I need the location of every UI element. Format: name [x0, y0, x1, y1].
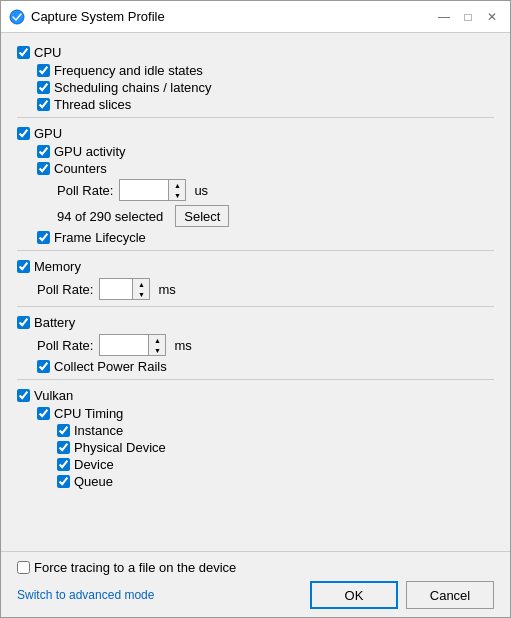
gpu-checkbox[interactable] [17, 127, 30, 140]
app-icon [9, 9, 25, 25]
battery-poll-unit: ms [174, 338, 191, 353]
title-bar-controls: — □ ✕ [434, 7, 502, 27]
vulkan-section: Vulkan CPU Timing Instance Physical Devi… [17, 386, 494, 494]
battery-poll-spinner: 250 ▲ ▼ [99, 334, 166, 356]
gpu-poll-spinner-buttons: ▲ ▼ [168, 180, 185, 200]
device-row: Device [57, 456, 494, 473]
battery-label: Battery [34, 315, 75, 330]
queue-checkbox[interactable] [57, 475, 70, 488]
memory-poll-row: Poll Rate: 5 ▲ ▼ ms [37, 276, 494, 302]
memory-section-body: Poll Rate: 5 ▲ ▼ ms [17, 276, 494, 307]
memory-label: Memory [34, 259, 81, 274]
cpu-section-body: Frequency and idle states Scheduling cha… [17, 62, 494, 118]
title-bar-left: Capture System Profile [9, 9, 165, 25]
collect-power-row: Collect Power Rails [37, 358, 494, 375]
gpu-poll-row: Poll Rate: 1000 ▲ ▼ us [57, 177, 494, 203]
freq-row: Frequency and idle states [37, 62, 494, 79]
counters-label: Counters [54, 161, 107, 176]
battery-checkbox[interactable] [17, 316, 30, 329]
close-button[interactable]: ✕ [482, 7, 502, 27]
vulkan-section-header: Vulkan [17, 386, 494, 405]
maximize-button[interactable]: □ [458, 7, 478, 27]
svg-point-0 [10, 10, 24, 24]
window-title: Capture System Profile [31, 9, 165, 24]
gpu-poll-down-button[interactable]: ▼ [169, 190, 185, 200]
cpu-timing-row: CPU Timing [37, 405, 494, 422]
force-tracing-label: Force tracing to a file on the device [34, 560, 236, 575]
ok-button[interactable]: OK [310, 581, 398, 609]
cpu-timing-checkbox[interactable] [37, 407, 50, 420]
vulkan-label: Vulkan [34, 388, 73, 403]
gpu-activity-row: GPU activity [37, 143, 494, 160]
battery-section-header: Battery [17, 313, 494, 332]
thread-label: Thread slices [54, 97, 131, 112]
cpu-checkbox[interactable] [17, 46, 30, 59]
queue-row: Queue [57, 473, 494, 490]
content-area: CPU Frequency and idle states Scheduling… [1, 33, 510, 551]
thread-checkbox[interactable] [37, 98, 50, 111]
battery-poll-row: Poll Rate: 250 ▲ ▼ ms [37, 332, 494, 358]
capture-system-profile-window: Capture System Profile — □ ✕ CPU Frequen… [0, 0, 511, 618]
freq-label: Frequency and idle states [54, 63, 203, 78]
memory-poll-up-button[interactable]: ▲ [133, 279, 149, 289]
frame-lifecycle-row: Frame Lifecycle [37, 229, 494, 246]
gpu-poll-label: Poll Rate: [57, 183, 113, 198]
memory-checkbox[interactable] [17, 260, 30, 273]
device-checkbox[interactable] [57, 458, 70, 471]
collect-power-checkbox[interactable] [37, 360, 50, 373]
memory-poll-spinner: 5 ▲ ▼ [99, 278, 150, 300]
footer: Force tracing to a file on the device Sw… [1, 551, 510, 617]
gpu-activity-checkbox[interactable] [37, 145, 50, 158]
gpu-section: GPU GPU activity Counters Poll Rate: 100… [17, 124, 494, 251]
physdev-row: Physical Device [57, 439, 494, 456]
collect-power-label: Collect Power Rails [54, 359, 167, 374]
memory-poll-spinner-buttons: ▲ ▼ [132, 279, 149, 299]
cpu-section: CPU Frequency and idle states Scheduling… [17, 43, 494, 118]
memory-section-header: Memory [17, 257, 494, 276]
memory-poll-input[interactable]: 5 [100, 279, 132, 299]
gpu-poll-input[interactable]: 1000 [120, 180, 168, 200]
minimize-button[interactable]: — [434, 7, 454, 27]
freq-checkbox[interactable] [37, 64, 50, 77]
footer-buttons: Switch to advanced mode OK Cancel [17, 581, 494, 609]
battery-poll-label: Poll Rate: [37, 338, 93, 353]
battery-section: Battery Poll Rate: 250 ▲ ▼ ms [17, 313, 494, 380]
physdev-label: Physical Device [74, 440, 166, 455]
instance-label: Instance [74, 423, 123, 438]
cpu-label: CPU [34, 45, 61, 60]
instance-row: Instance [57, 422, 494, 439]
vulkan-section-body: CPU Timing Instance Physical Device Devi… [17, 405, 494, 494]
instance-checkbox[interactable] [57, 424, 70, 437]
gpu-label: GPU [34, 126, 62, 141]
gpu-poll-spinner: 1000 ▲ ▼ [119, 179, 186, 201]
select-button[interactable]: Select [175, 205, 229, 227]
counters-indent: Poll Rate: 1000 ▲ ▼ us 94 of 290 selecte… [37, 177, 494, 229]
vulkan-checkbox[interactable] [17, 389, 30, 402]
gpu-section-header: GPU [17, 124, 494, 143]
gpu-poll-up-button[interactable]: ▲ [169, 180, 185, 190]
title-bar: Capture System Profile — □ ✕ [1, 1, 510, 33]
force-tracing-checkbox[interactable] [17, 561, 30, 574]
frame-lifecycle-label: Frame Lifecycle [54, 230, 146, 245]
battery-poll-up-button[interactable]: ▲ [149, 335, 165, 345]
memory-section: Memory Poll Rate: 5 ▲ ▼ ms [17, 257, 494, 307]
battery-poll-input[interactable]: 250 [100, 335, 148, 355]
battery-section-body: Poll Rate: 250 ▲ ▼ ms Collect Power Rail… [17, 332, 494, 380]
memory-poll-label: Poll Rate: [37, 282, 93, 297]
cancel-button[interactable]: Cancel [406, 581, 494, 609]
gpu-poll-unit: us [194, 183, 208, 198]
physdev-checkbox[interactable] [57, 441, 70, 454]
counter-select-row: 94 of 290 selected Select [57, 203, 494, 229]
memory-poll-down-button[interactable]: ▼ [133, 289, 149, 299]
memory-poll-unit: ms [158, 282, 175, 297]
battery-poll-down-button[interactable]: ▼ [149, 345, 165, 355]
sched-checkbox[interactable] [37, 81, 50, 94]
advanced-mode-link[interactable]: Switch to advanced mode [17, 588, 154, 602]
frame-lifecycle-checkbox[interactable] [37, 231, 50, 244]
counters-row: Counters [37, 160, 494, 177]
counters-checkbox[interactable] [37, 162, 50, 175]
queue-label: Queue [74, 474, 113, 489]
gpu-section-body: GPU activity Counters Poll Rate: 1000 ▲ … [17, 143, 494, 251]
force-tracing-row: Force tracing to a file on the device [17, 560, 494, 575]
cpu-timing-children: Instance Physical Device Device Queue [37, 422, 494, 490]
